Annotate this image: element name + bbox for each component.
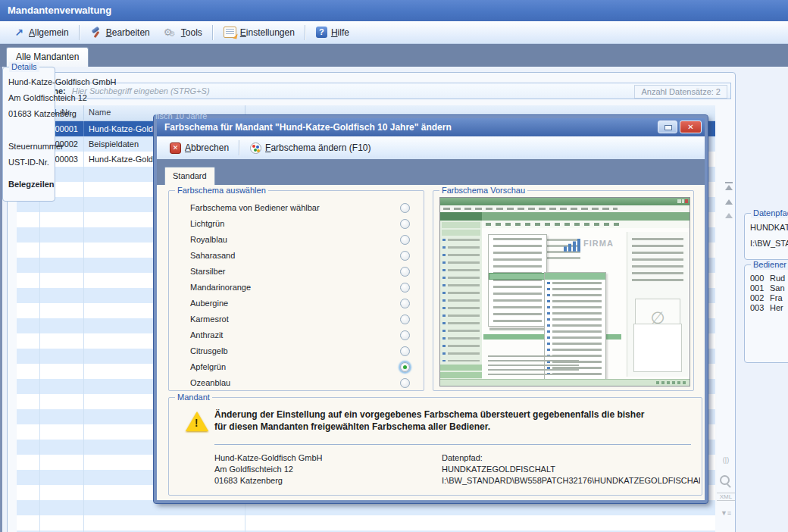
badge-cell (17, 409, 40, 424)
radio-unselected[interactable] (400, 203, 410, 213)
gears-icon (164, 27, 177, 39)
search-input[interactable]: Suche: Hier Suchbegriff eingeben (STRG+S… (18, 83, 731, 99)
option-label: Citrusgelb (190, 346, 228, 355)
farbschema-option[interactable]: Starsilber (169, 264, 424, 280)
farbschema-dialog: Farbschema für Mandant "Hund-Katze-Goldf… (154, 115, 708, 503)
datenpfad-group-label: Datenpfad (751, 208, 788, 218)
mdnr-cell (40, 288, 84, 303)
scroll-up-icon[interactable] (725, 199, 733, 205)
radio-unselected[interactable] (400, 251, 410, 261)
mdnr-cell (40, 333, 84, 349)
badge-cell (17, 470, 40, 485)
help-icon: ? (316, 27, 327, 38)
farbschema-option[interactable]: Royalblau (169, 232, 424, 248)
mandant-group: Mandant Änderung der Einstellung auf ein… (168, 397, 702, 496)
search-placeholder: Hier Suchbegriff eingeben (STRG+S) (72, 86, 210, 95)
toolbar-separator (305, 25, 306, 40)
warning-icon (186, 412, 208, 431)
farbschema-option[interactable]: Karmesrot (169, 311, 424, 327)
preview-thumbnail: FIRMA ∅ (439, 197, 690, 386)
badge-cell (17, 273, 40, 288)
bediener-name: Fra (770, 293, 783, 302)
dialog-titlebar: Farbschema für Mandant "Hund-Katze-Goldf… (157, 118, 705, 136)
preview-statusbar (440, 379, 690, 386)
radio-selected[interactable] (400, 362, 410, 372)
farbschema-option[interactable]: Ozeanblau (169, 375, 424, 391)
toolbar-separator (79, 25, 80, 40)
radio-unselected[interactable] (400, 346, 410, 356)
farbschema-option[interactable]: Mandarinorange (169, 280, 424, 296)
scroll-top-icon[interactable] (725, 185, 733, 190)
bediener-name: Rud (770, 274, 785, 283)
columns-icon[interactable]: (|) (718, 456, 734, 464)
preview-toolbar (482, 221, 690, 228)
radio-unselected[interactable] (400, 378, 410, 388)
datenpfad-line: HUNDKATZEGOLDFISCHALT (750, 223, 788, 232)
menu-label: Einstellungen (240, 27, 295, 38)
row-name-overflow-ghost: fisch 10 Jahre (155, 111, 207, 120)
option-label: Royalblau (190, 235, 227, 244)
mdnr-cell (40, 243, 84, 258)
radio-unselected[interactable] (400, 219, 410, 229)
mandant-datapath: Datenpfad: HUNDKATZEGOLDFISCHALT I:\BW_S… (442, 452, 700, 487)
farbschema-option[interactable]: Farbschema von Bediener wählbar (169, 200, 424, 216)
mdnr-cell (40, 515, 84, 530)
radio-unselected[interactable] (400, 299, 410, 308)
xml-icon[interactable]: XML (717, 493, 735, 501)
radio-unselected[interactable] (400, 283, 410, 293)
menu-bearbeiten[interactable]: Bearbeiten (83, 24, 157, 41)
dialog-close-button[interactable]: ✕ (680, 120, 702, 133)
badge-cell (17, 318, 40, 333)
datenpfad-line: I:\BW_STANDARD\BW558PATCH32176\HUNDKATZE… (750, 239, 788, 248)
radio-unselected[interactable] (400, 330, 410, 340)
menu-einstellungen[interactable]: Einstellungen (217, 24, 302, 40)
magnifier-icon[interactable] (719, 474, 731, 487)
filter-icon[interactable]: ▼≡ (718, 509, 733, 517)
table-row-empty[interactable] (17, 515, 715, 530)
farbschema-option[interactable]: Lichtgrün (169, 216, 424, 232)
preview-right-panel: ∅ (627, 232, 688, 377)
preview-footnotes (488, 355, 579, 375)
dialog-minimize-button[interactable] (658, 120, 677, 133)
mandant-divider (214, 444, 691, 445)
farbschema-option[interactable]: Saharasand (169, 248, 424, 264)
farbschema-option[interactable]: Anthrazit (169, 327, 424, 343)
radio-unselected[interactable] (400, 235, 410, 245)
radio-unselected[interactable] (400, 315, 410, 324)
apply-farbschema-button[interactable]: Farbschema ändern (F10) (243, 140, 377, 156)
scroll-up-icon[interactable] (725, 213, 733, 218)
menu-allgemein[interactable]: ↗ Allgemein (6, 24, 76, 41)
farbschema-option[interactable]: Apfelgrün (169, 359, 424, 375)
warning-line1: Änderung der Einstellung auf ein vorgege… (214, 409, 644, 420)
warning-text: Änderung der Einstellung auf ein vorgege… (214, 408, 691, 433)
mdnr-cell (40, 318, 84, 333)
farbschema-options: Farbschema von Bediener wählbarLichtgrün… (169, 200, 424, 391)
farbschema-option[interactable]: Citrusgelb (169, 343, 424, 359)
mandant-group-label: Mandant (175, 393, 212, 402)
dialog-tabstrip: Standard (157, 159, 705, 185)
bediener-nr: 003 (750, 303, 770, 312)
radio-unselected[interactable] (400, 267, 410, 277)
badge-cell (17, 424, 40, 440)
details-group-label: Details (9, 62, 39, 72)
badge-cell (17, 379, 40, 394)
tab-standard[interactable]: Standard (164, 167, 215, 185)
mdnr-cell (40, 227, 84, 243)
cancel-button[interactable]: Abbrechen (163, 140, 236, 156)
menu-hilfe[interactable]: ? Hilfe (309, 24, 356, 40)
option-label: Apfelgrün (190, 362, 226, 371)
details-line: Belegzeilen (8, 180, 55, 189)
details-line: Am Goldfischteich 12 (8, 93, 87, 102)
datenpfad-group: Datenpfad HUNDKATZEGOLDFISCHALT I:\BW_ST… (744, 213, 788, 260)
badge-cell (17, 515, 40, 530)
badge-cell (17, 349, 40, 364)
datapath-line2: I:\BW_STANDARD\BW558PATCH32176\HUNDKATZE… (442, 475, 700, 487)
window-title: Mandantenverwaltung (8, 5, 111, 16)
menu-label: Hilfe (331, 27, 349, 38)
mdnr-cell (40, 409, 84, 424)
preview-logo-text: FIRMA (583, 239, 614, 248)
dialog-title: Farbschema für Mandant "Hund-Katze-Goldf… (164, 122, 452, 133)
menu-tools[interactable]: Tools (157, 24, 209, 41)
option-label: Starsilber (190, 267, 225, 276)
farbschema-option[interactable]: Aubergine (169, 296, 424, 311)
